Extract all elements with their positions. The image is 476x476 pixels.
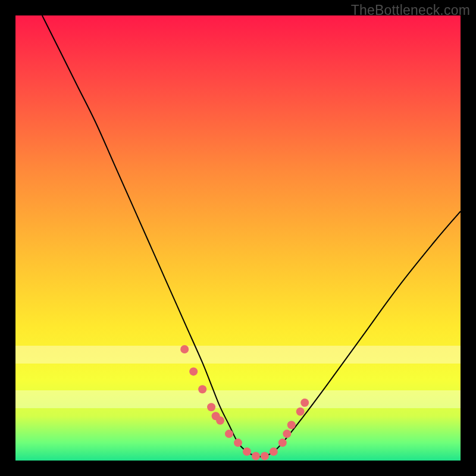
chart-plot-area	[15, 15, 461, 461]
highlight-dot	[234, 439, 242, 447]
marker-group	[180, 345, 309, 461]
highlight-dot	[189, 367, 198, 375]
highlight-dot	[216, 416, 224, 425]
curve-svg	[15, 15, 461, 461]
highlight-dot	[270, 447, 278, 456]
highlight-dot	[252, 452, 260, 461]
highlight-dot	[198, 385, 206, 393]
highlight-dot	[207, 403, 215, 411]
highlight-dot	[287, 421, 296, 429]
bottleneck-curve	[42, 15, 461, 457]
highlight-dot	[180, 345, 189, 353]
highlight-dot	[283, 430, 291, 438]
highlight-dot	[225, 430, 233, 438]
highlight-dot	[296, 408, 305, 416]
watermark-text: TheBottleneck.com	[351, 2, 470, 18]
highlight-dot	[278, 439, 287, 447]
highlight-dot	[300, 399, 309, 407]
highlight-dot	[243, 447, 251, 456]
highlight-dot	[261, 452, 269, 461]
